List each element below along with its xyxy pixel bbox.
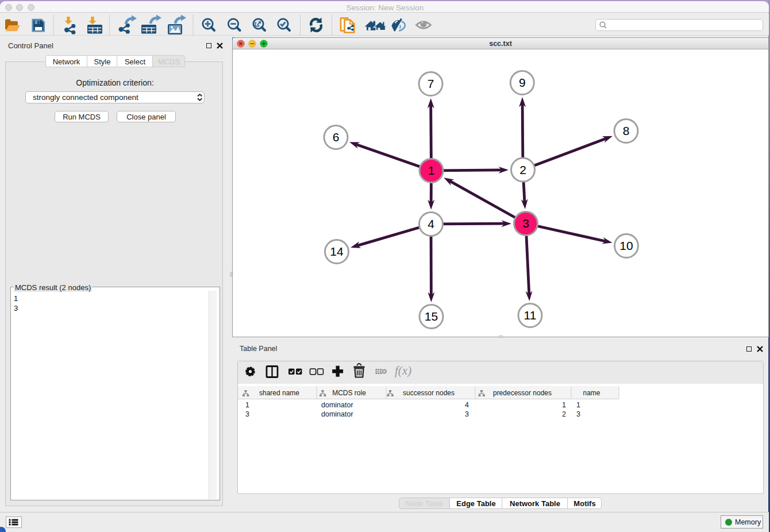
- svg-text:14: 14: [330, 245, 344, 258]
- svg-text:1: 1: [428, 164, 435, 177]
- svg-text:9: 9: [519, 76, 526, 89]
- svg-text:4: 4: [428, 217, 434, 230]
- svg-text:6: 6: [333, 130, 340, 144]
- svg-text:15: 15: [425, 310, 438, 323]
- svg-text:8: 8: [623, 124, 630, 137]
- svg-text:7: 7: [428, 77, 434, 90]
- svg-text:2: 2: [519, 163, 526, 176]
- svg-text:11: 11: [524, 309, 537, 322]
- svg-text:3: 3: [522, 217, 529, 230]
- svg-text:10: 10: [619, 239, 633, 252]
